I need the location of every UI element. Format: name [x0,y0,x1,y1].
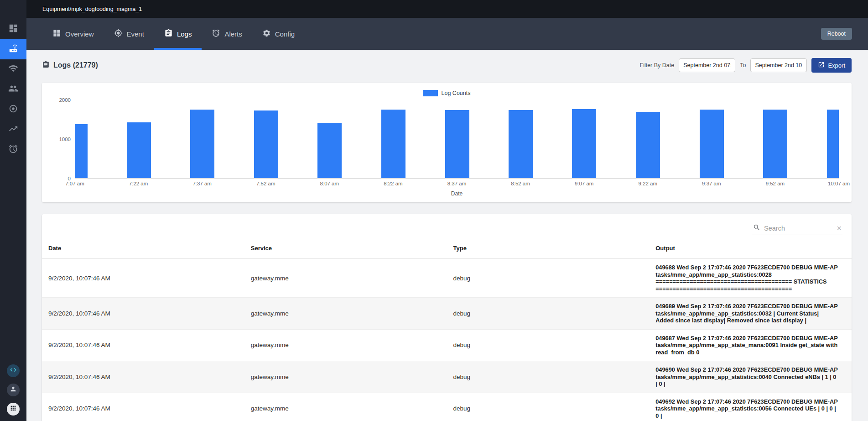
table-row[interactable]: 9/2/2020, 10:07:46 AM gateway.mme debug … [42,361,852,393]
sidebar-item-alarms[interactable] [0,140,26,160]
tab-event[interactable]: Event [104,18,154,50]
chart-y-axis: 010002000 [55,100,75,179]
sidebar [0,0,26,421]
cell-date: 9/2/2020, 10:07:46 AM [42,405,244,412]
chart-x-tick-label: 10:07 am [828,181,850,186]
dashboard-icon [8,23,18,35]
tab-logs[interactable]: Logs [154,18,202,50]
export-icon [818,61,825,69]
tab-alerts[interactable]: Alerts [202,18,252,50]
chart-x-tick-label: 9:22 am [638,181,657,186]
export-button[interactable]: Export [811,58,852,73]
table-row[interactable]: 9/2/2020, 10:07:46 AM gateway.mme debug … [42,298,852,330]
chart-x-tick-label: 9:37 am [702,181,721,186]
account-button[interactable] [7,384,20,396]
chart-bar [317,123,342,178]
tab-label: Event [127,30,144,38]
cell-type: debug [447,275,650,282]
people-icon [8,84,18,95]
sidebar-item-metrics[interactable] [0,120,26,140]
chart-y-tick-label: 2000 [59,97,71,103]
gear-icon [262,29,271,39]
tab-label: Config [275,30,295,38]
chart-x-tick-label: 7:22 am [129,181,148,186]
tab-overview[interactable]: Overview [42,18,104,50]
access-point-icon [8,104,18,116]
chart-bar [509,110,533,178]
table-row[interactable]: 9/2/2020, 10:07:46 AM gateway.mme debug … [42,330,852,362]
chart-x-tick-label: 8:52 am [511,181,530,186]
sidebar-item-network[interactable] [0,59,26,79]
column-header-service: Service [244,245,447,252]
date-to-input[interactable] [750,58,807,72]
main-column: Equipment/mpk_dogfooding_magma_1 Overvie… [26,0,868,421]
chart-plot [75,100,839,179]
clear-search-icon[interactable]: × [837,224,842,232]
table-row[interactable]: 9/2/2020, 10:07:46 AM gateway.mme debug … [42,259,852,298]
cell-output: 049687 Wed Sep 2 17:07:46 2020 7F623ECDE… [649,335,852,356]
sidebar-item-dashboard[interactable] [0,19,26,39]
chart-bar [700,110,724,178]
sidebar-item-subscribers[interactable] [0,79,26,100]
chart-body: 010002000 7:07 am7:22 am7:37 am7:52 am8:… [55,100,839,197]
chart-bar [636,112,660,178]
sidebar-item-access[interactable] [0,100,26,120]
chart-plot-column: 7:07 am7:22 am7:37 am7:52 am8:07 am8:22 … [75,100,839,197]
chart-bar [381,110,405,178]
tab-config[interactable]: Config [252,18,305,50]
trending-icon [8,124,18,136]
chart-bar [127,122,151,178]
chart-bar [827,110,839,178]
to-label: To [740,62,746,68]
chart-x-tick-label: 9:52 am [766,181,785,186]
sidebar-bottom [7,364,20,421]
target-icon [114,29,123,39]
cell-date: 9/2/2020, 10:07:46 AM [42,310,244,317]
table-row[interactable]: 9/2/2020, 10:07:46 AM gateway.mme debug … [42,393,852,421]
apps-button[interactable] [7,403,20,416]
nav-tabs: Overview Event Logs Alerts Config [42,18,305,50]
chart-legend: Log Counts [55,88,839,98]
chart-x-labels: 7:07 am7:22 am7:37 am7:52 am8:07 am8:22 … [75,181,839,188]
chart-bar [445,110,469,178]
chart-x-tick-label: 7:37 am [192,181,212,186]
date-from-input[interactable] [679,58,735,72]
chart-bar [763,110,787,178]
cell-output: 049688 Wed Sep 2 17:07:46 2020 7F623ECDE… [649,264,852,292]
app-root: Equipment/mpk_dogfooding_magma_1 Overvie… [0,0,868,421]
tab-label: Logs [177,30,192,38]
reboot-button[interactable]: Reboot [821,28,852,40]
cell-service: gateway.mme [244,310,447,317]
chart-x-tick-label: 9:07 am [575,181,594,186]
table-header-row: Date Service Type Output [42,238,852,259]
cell-date: 9/2/2020, 10:07:46 AM [42,342,244,348]
cell-type: debug [447,374,650,380]
chart-x-axis-title: Date [75,190,839,197]
cell-output: 049689 Wed Sep 2 17:07:46 2020 7F623ECDE… [649,303,852,324]
api-code-button[interactable] [7,364,20,377]
page-title: Logs (21779) [42,61,98,70]
search-icon [753,224,760,233]
search-input[interactable] [764,225,833,232]
cell-service: gateway.mme [244,275,447,282]
alarm-icon [212,29,220,39]
chart-bar [572,109,596,178]
list-icon [42,61,50,70]
cell-service: gateway.mme [244,405,447,412]
grid-icon [52,29,61,39]
cell-output: 049692 Wed Sep 2 17:07:46 2020 7F623ECDE… [649,398,852,420]
tab-label: Overview [65,30,94,38]
search-box[interactable]: × [752,222,842,235]
chart-bar [75,124,88,178]
list-icon [164,29,173,39]
cell-date: 9/2/2020, 10:07:46 AM [42,374,244,380]
cell-service: gateway.mme [244,342,447,348]
sidebar-item-equipment[interactable] [0,39,26,59]
column-header-date: Date [42,245,244,252]
tab-label: Alerts [224,30,242,38]
filter-by-date-label: Filter By Date [640,62,675,68]
content: Logs (21779) Filter By Date To Export [26,50,868,421]
chart-x-tick-label: 8:37 am [447,181,467,186]
nav-bar: Overview Event Logs Alerts Config [26,18,868,50]
log-table-card: × Date Service Type Output 9/2/2020, 10:… [42,214,852,421]
